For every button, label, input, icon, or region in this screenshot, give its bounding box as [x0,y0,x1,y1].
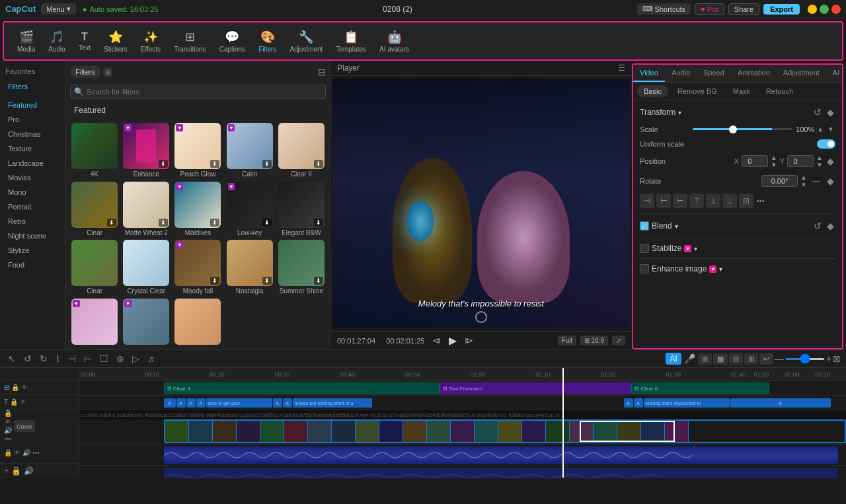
play-button[interactable]: ▶ [449,334,457,347]
sidebar-item-pro[interactable]: Pro [3,113,63,126]
trim-right-button[interactable]: ⊢ [81,353,95,364]
toolbar-item-effects[interactable]: ✨ Effects [134,27,167,55]
toolbar-item-filters[interactable]: 🎨 Filters [252,27,283,55]
delete-button[interactable]: ☐ [97,353,111,364]
text-clip[interactable]: A [730,398,831,408]
align-center-v-button[interactable]: ⊥ [706,194,720,208]
sidebar-item-christmas[interactable]: Christmas [3,127,63,141]
x-stepper[interactable]: ▲▼ [771,154,777,168]
fullscreen-button[interactable]: ⤢ [612,336,625,345]
timeline-insert-btn[interactable]: ↩ [759,353,773,365]
list-item[interactable]: ⬇ Summer Shine [277,240,326,296]
text-icon[interactable]: T [4,398,8,406]
filter-sort-icon[interactable]: ⊟ [318,67,326,77]
list-item[interactable]: ⬇ Clear II [277,123,326,179]
toolbar-item-ai-avatars[interactable]: 🤖 AI avatars [373,27,416,55]
ai-feature-btn[interactable]: AI [666,353,681,365]
list-item[interactable]: Crystal Clear [122,240,171,296]
list-item[interactable]: Clear [70,240,119,296]
list-item[interactable]: ♥ ⬇ Low-key [225,182,274,238]
align-top-button[interactable]: ⊤ [689,194,704,208]
mic-button[interactable]: 🎤 [684,353,695,364]
blend-checkbox[interactable]: ✓ [640,221,649,231]
audio-clip-button[interactable]: ♬ [145,353,157,364]
sidebar-item-movies[interactable]: Movies [3,171,63,184]
frame-forward-icon[interactable]: ⧐ [462,336,476,345]
list-item[interactable]: ♥ ⬇ Peach Glow [173,123,222,179]
audio-lock2-btn[interactable]: 🔒 [11,466,21,476]
minimize-button[interactable] [808,5,817,14]
position-y-input[interactable] [787,155,814,167]
subtitle-lock-btn[interactable]: 🔒 [11,384,19,391]
trim-left-button[interactable]: ⊣ [65,353,79,364]
list-item[interactable]: ♥ ⬇ Enhance [122,123,171,179]
sub-tab-mask[interactable]: Mask [726,85,757,97]
zoom-in-btn[interactable]: + [826,353,831,364]
close-button[interactable] [831,5,841,14]
crop-button[interactable]: ⊕ [114,353,127,364]
sidebar-item-filters[interactable]: Filters [3,80,63,93]
sub-tab-remove-bg[interactable]: Remove BG [671,85,724,97]
audio-lock-btn[interactable]: 🔒 [4,449,12,456]
video-vol-btn[interactable]: 🔊 [4,427,12,434]
text-clip[interactable]: A [634,398,643,408]
sidebar-item-retro[interactable]: Retro [3,215,63,228]
filter-tab-filters[interactable]: Filters [70,66,100,78]
text-clip[interactable]: A [273,398,282,408]
subtitle-eye-btn[interactable]: 👁 [21,384,28,391]
timeline-view-btn[interactable]: ⊞ [698,353,712,365]
undo-button[interactable]: ↺ [21,353,34,364]
transform-keyframe-button[interactable]: ◆ [826,106,835,119]
player-menu-icon[interactable]: ☰ [618,63,625,73]
text-clip-long2[interactable]: moves are nothing short of a [293,398,372,408]
tab-audio[interactable]: Audio [665,65,697,82]
rotate-keyframe-button[interactable]: ◆ [826,174,835,188]
share-button[interactable]: Share [728,3,759,15]
tab-ai-style[interactable]: AI sty... [826,65,842,82]
play-clip-button[interactable]: ▷ [130,353,142,364]
add-audio-btn[interactable]: + [4,466,9,476]
list-item[interactable] [173,299,222,347]
cover-button[interactable]: Cover [14,420,35,432]
position-keyframe-button[interactable]: ◆ [826,155,835,168]
align-extra-button[interactable]: ⊟ [739,194,753,208]
uniform-scale-toggle[interactable] [817,139,835,149]
toolbar-item-stickers[interactable]: ⭐ Stickers [97,27,134,55]
search-input[interactable] [70,85,326,99]
text-clip[interactable]: A [196,398,206,408]
text-clip[interactable]: A [283,398,292,408]
blend-keyframe-button[interactable]: ◆ [826,219,835,233]
audio-vol-btn[interactable]: 🔊 [22,449,30,456]
sidebar-item-landscape[interactable]: Landscape [3,157,63,170]
text-clip[interactable]: A [164,398,176,408]
tab-video[interactable]: Video [633,65,665,82]
stabilize-checkbox[interactable] [640,244,649,253]
blend-reset-button[interactable]: ↺ [812,219,823,233]
toolbar-item-captions[interactable]: 💬 Captions [213,27,252,55]
full-button[interactable]: Full [558,336,576,345]
ratio-button[interactable]: ⊞ 16:9 [580,336,608,345]
toolbar-item-templates[interactable]: 📋 Templates [329,27,373,55]
frame-step-icon[interactable]: ⧏ [430,336,443,345]
align-right-button[interactable]: ⊢ [673,194,687,208]
subtitle-clip-3[interactable]: ⊟ Clear II [631,382,769,394]
transform-reset-button[interactable]: ↺ [812,106,823,119]
timeline-grid-btn[interactable]: ⊞ [744,353,758,365]
toolbar-item-media[interactable]: 🎬 Media [11,27,42,55]
toolbar-item-transitions[interactable]: ⊞ Transitions [167,27,213,55]
list-item[interactable]: ♥ ⬇ Moody fall [173,240,222,296]
sidebar-item-stylize[interactable]: Stylize [3,244,63,257]
scale-increment-button[interactable]: ▲ [816,124,825,134]
scale-slider[interactable] [693,128,792,130]
sidebar-item-portrait[interactable]: Portrait [3,200,63,213]
video-lock-btn[interactable]: 🔒 [4,410,12,417]
text-clip-long[interactable]: sure to get your [206,398,272,408]
list-item[interactable]: ♥ ⬇ Calm [225,123,274,179]
text-clip[interactable]: A [624,398,633,408]
timeline-clips-btn[interactable]: ▦ [713,353,728,365]
zoom-slider[interactable] [785,358,825,360]
text-clip[interactable]: A [176,398,186,408]
fit-btn[interactable]: ⊠ [833,353,841,364]
text-eye-btn[interactable]: 👁 [20,398,26,406]
list-item[interactable]: ⬇ Matte Wheat 2 [122,182,171,238]
